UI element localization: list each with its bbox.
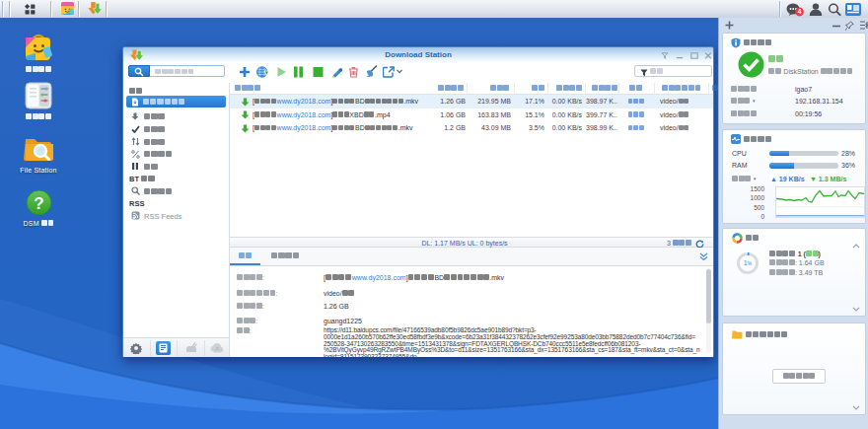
svg-text:4: 4 bbox=[798, 8, 802, 15]
svg-text:?: ? bbox=[34, 194, 43, 213]
